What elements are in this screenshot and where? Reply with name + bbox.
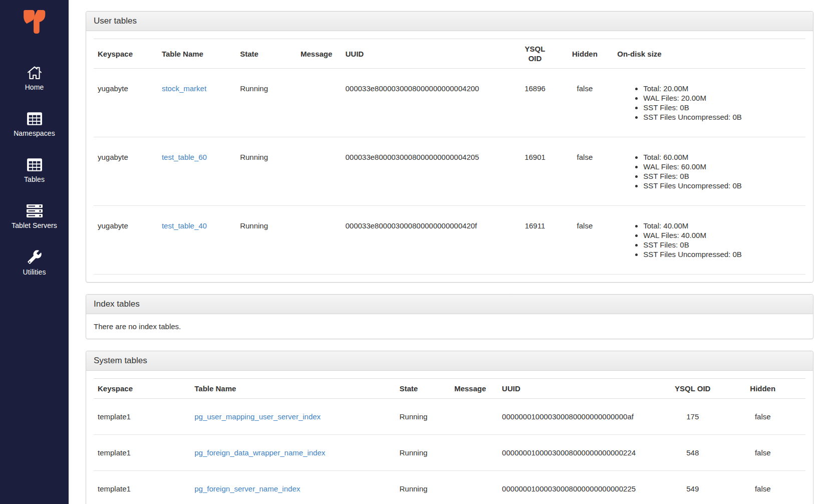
ysql-oid-cell: 16896 (513, 69, 556, 137)
index-tables-empty-message: There are no index tables. (94, 322, 805, 331)
sidebar-item-label: Home (25, 83, 44, 91)
yugabyte-logo-icon (21, 8, 48, 36)
index-tables-heading: Index tables (86, 295, 813, 314)
uuid-cell: 00000001000030008000000000000224 (498, 435, 665, 471)
on-disk-size-item: WAL Files: 60.00M (643, 162, 801, 171)
keyspace-cell: template1 (94, 435, 190, 471)
on-disk-size-cell: Total: 20.00M WAL Files: 20.00M SST File… (613, 69, 805, 137)
on-disk-size-item: Total: 60.00M (643, 152, 801, 162)
table-header-row: Keyspace Table Name State Message UUID Y… (94, 39, 805, 69)
table-link[interactable]: stock_market (162, 84, 206, 93)
system-tables-body: Keyspace Table Name State Message UUID Y… (86, 371, 813, 504)
message-cell (297, 137, 342, 206)
column-header-uuid: UUID (341, 39, 513, 69)
system-tables-panel: System tables Keyspace Table Name State … (86, 351, 813, 504)
message-cell (450, 399, 498, 435)
uuid-cell: 000033e8000030008000000000004200 (341, 69, 513, 137)
sidebar-item-label: Tables (24, 175, 45, 183)
table-link[interactable]: pg_foreign_data_wrapper_name_index (194, 448, 325, 457)
on-disk-size-cell: Total: 60.00M WAL Files: 60.00M SST File… (613, 137, 805, 206)
hidden-cell: false (557, 69, 614, 137)
state-cell: Running (396, 399, 450, 435)
sidebar-item-tables[interactable]: Tables (0, 147, 69, 193)
ysql-oid-cell: 16901 (513, 137, 556, 206)
table-link[interactable]: pg_user_mapping_user_server_index (194, 412, 321, 421)
message-cell (450, 435, 498, 471)
on-disk-size-item: SST Files Uncompressed: 0B (643, 249, 801, 259)
ysql-oid-cell: 16911 (513, 206, 556, 275)
table-name-cell: pg_foreign_server_name_index (190, 471, 395, 504)
hidden-cell: false (720, 471, 805, 504)
panel-title: Index tables (94, 299, 140, 309)
table-link[interactable]: test_table_60 (162, 153, 207, 161)
sidebar-item-tablet-servers[interactable]: Tablet Servers (0, 193, 69, 239)
sidebar-item-label: Tablet Servers (12, 221, 57, 229)
table-row: template1 pg_user_mapping_user_server_in… (94, 399, 805, 435)
table-row: template1 pg_foreign_server_name_index R… (94, 471, 805, 504)
user-tables-panel: User tables Keyspace Table Name State Me… (86, 11, 813, 283)
state-cell: Running (396, 435, 450, 471)
uuid-cell: 000033e8000030008000000000004205 (341, 137, 513, 206)
table-row: yugabyte test_table_40 Running 000033e80… (94, 206, 805, 275)
column-header-hidden: Hidden (557, 39, 614, 69)
namespaces-icon (27, 112, 43, 126)
on-disk-size-list: Total: 40.00M WAL Files: 40.00M SST File… (617, 221, 801, 259)
index-tables-panel: Index tables There are no index tables. (86, 294, 813, 339)
table-name-cell: test_table_40 (158, 206, 236, 275)
tables-icon (27, 158, 43, 172)
column-header-state: State (396, 379, 450, 399)
panel-title: System tables (94, 356, 147, 365)
panel-title: User tables (94, 16, 137, 26)
on-disk-size-item: Total: 40.00M (643, 221, 801, 230)
hidden-cell: false (557, 206, 614, 275)
column-header-table-name: Table Name (190, 379, 395, 399)
column-header-message: Message (297, 39, 342, 69)
sidebar-item-namespaces[interactable]: Namespaces (0, 101, 69, 147)
keyspace-cell: template1 (94, 399, 190, 435)
main-content: User tables Keyspace Table Name State Me… (69, 0, 819, 504)
table-name-cell: pg_user_mapping_user_server_index (190, 399, 395, 435)
sidebar-item-home[interactable]: Home (0, 55, 69, 101)
table-link[interactable]: test_table_40 (162, 221, 207, 230)
on-disk-size-item: SST Files: 0B (643, 103, 801, 112)
on-disk-size-list: Total: 20.00M WAL Files: 20.00M SST File… (617, 84, 801, 122)
column-header-ysql-oid: YSQL OID (513, 39, 556, 69)
sidebar-item-utilities[interactable]: Utilities (0, 239, 69, 286)
system-tables-table: Keyspace Table Name State Message UUID Y… (94, 378, 805, 504)
ysql-oid-cell: 548 (665, 435, 720, 471)
on-disk-size-item: SST Files Uncompressed: 0B (643, 181, 801, 190)
table-name-cell: test_table_60 (158, 137, 236, 206)
table-link[interactable]: pg_foreign_server_name_index (194, 484, 300, 493)
ysql-oid-cell: 175 (665, 399, 720, 435)
home-icon (27, 66, 43, 80)
hidden-cell: false (720, 435, 805, 471)
utilities-icon (27, 249, 42, 265)
column-header-message: Message (450, 379, 498, 399)
state-cell: Running (236, 206, 297, 275)
keyspace-cell: template1 (94, 471, 190, 504)
uuid-cell: 000000010000300080000000000000af (498, 399, 665, 435)
column-header-uuid: UUID (498, 379, 665, 399)
state-cell: Running (236, 137, 297, 206)
state-cell: Running (236, 69, 297, 137)
keyspace-cell: yugabyte (94, 206, 158, 275)
hidden-cell: false (720, 399, 805, 435)
uuid-cell: 00000001000030008000000000000225 (498, 471, 665, 504)
column-header-keyspace: Keyspace (94, 39, 158, 69)
column-header-hidden: Hidden (720, 379, 805, 399)
uuid-cell: 000033e800003000800000000000420f (341, 206, 513, 275)
sidebar-item-label: Utilities (23, 268, 46, 276)
sidebar-item-label: Namespaces (14, 129, 55, 137)
yugabyte-logo[interactable] (0, 0, 69, 55)
on-disk-size-item: WAL Files: 20.00M (643, 93, 801, 103)
keyspace-cell: yugabyte (94, 137, 158, 206)
state-cell: Running (396, 471, 450, 504)
table-name-cell: pg_foreign_data_wrapper_name_index (190, 435, 395, 471)
on-disk-size-item: WAL Files: 40.00M (643, 230, 801, 240)
column-header-ysql-oid: YSQL OID (665, 379, 720, 399)
table-name-cell: stock_market (158, 69, 236, 137)
hidden-cell: false (557, 137, 614, 206)
ysql-oid-cell: 549 (665, 471, 720, 504)
system-tables-heading: System tables (86, 351, 813, 371)
tablet-servers-icon (26, 204, 44, 218)
